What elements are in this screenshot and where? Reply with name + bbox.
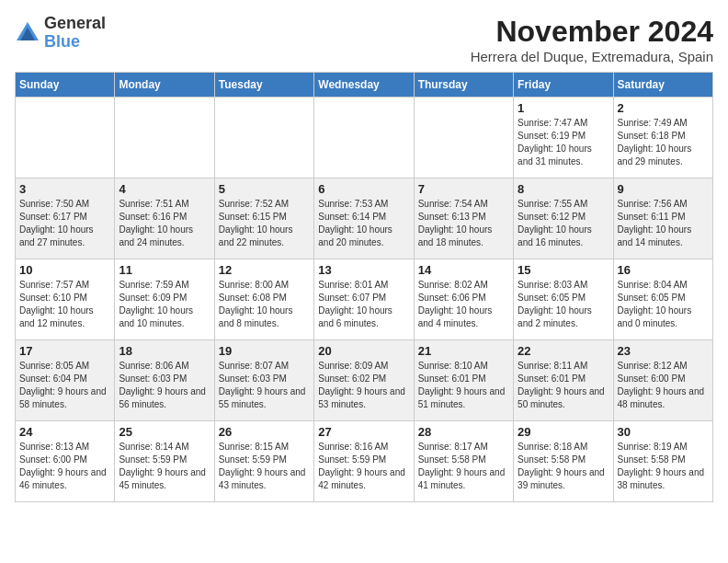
week-row-1: 3Sunrise: 7:50 AM Sunset: 6:17 PM Daylig… <box>16 178 713 259</box>
day-number: 19 <box>219 344 310 358</box>
empty-cell <box>414 98 513 178</box>
day-number: 20 <box>318 344 409 358</box>
day-cell-23: 23Sunrise: 8:12 AM Sunset: 6:00 PM Dayli… <box>613 340 712 421</box>
logo: General Blue <box>15 15 106 52</box>
day-number: 30 <box>618 425 709 439</box>
day-cell-28: 28Sunrise: 8:17 AM Sunset: 5:58 PM Dayli… <box>414 421 513 502</box>
day-cell-14: 14Sunrise: 8:02 AM Sunset: 6:06 PM Dayli… <box>414 259 513 340</box>
day-cell-8: 8Sunrise: 7:55 AM Sunset: 6:12 PM Daylig… <box>514 178 613 259</box>
day-info: Sunrise: 7:50 AM Sunset: 6:17 PM Dayligh… <box>19 198 110 249</box>
day-number: 16 <box>618 263 709 277</box>
day-info: Sunrise: 8:18 AM Sunset: 5:58 PM Dayligh… <box>518 441 609 492</box>
day-number: 15 <box>518 263 609 277</box>
day-info: Sunrise: 8:14 AM Sunset: 5:59 PM Dayligh… <box>119 441 210 492</box>
day-info: Sunrise: 8:05 AM Sunset: 6:04 PM Dayligh… <box>19 360 110 411</box>
day-cell-22: 22Sunrise: 8:11 AM Sunset: 6:01 PM Dayli… <box>514 340 613 421</box>
day-cell-27: 27Sunrise: 8:16 AM Sunset: 5:59 PM Dayli… <box>314 421 414 502</box>
day-cell-26: 26Sunrise: 8:15 AM Sunset: 5:59 PM Dayli… <box>214 421 313 502</box>
day-info: Sunrise: 7:57 AM Sunset: 6:10 PM Dayligh… <box>19 279 110 330</box>
day-cell-12: 12Sunrise: 8:00 AM Sunset: 6:08 PM Dayli… <box>214 259 313 340</box>
day-number: 6 <box>318 182 409 196</box>
day-cell-29: 29Sunrise: 8:18 AM Sunset: 5:58 PM Dayli… <box>514 421 613 502</box>
weekday-header-tuesday: Tuesday <box>214 73 313 98</box>
day-cell-13: 13Sunrise: 8:01 AM Sunset: 6:07 PM Dayli… <box>314 259 414 340</box>
day-info: Sunrise: 8:01 AM Sunset: 6:07 PM Dayligh… <box>318 279 409 330</box>
weekday-header-monday: Monday <box>115 73 214 98</box>
day-cell-9: 9Sunrise: 7:56 AM Sunset: 6:11 PM Daylig… <box>613 178 712 259</box>
day-cell-5: 5Sunrise: 7:52 AM Sunset: 6:15 PM Daylig… <box>214 178 313 259</box>
day-number: 2 <box>618 101 709 115</box>
day-number: 18 <box>119 344 210 358</box>
day-info: Sunrise: 7:54 AM Sunset: 6:13 PM Dayligh… <box>418 198 509 249</box>
day-number: 21 <box>418 344 509 358</box>
day-info: Sunrise: 7:51 AM Sunset: 6:16 PM Dayligh… <box>119 198 210 249</box>
day-number: 12 <box>219 263 310 277</box>
day-cell-20: 20Sunrise: 8:09 AM Sunset: 6:02 PM Dayli… <box>314 340 414 421</box>
day-info: Sunrise: 8:11 AM Sunset: 6:01 PM Dayligh… <box>518 360 609 411</box>
day-info: Sunrise: 8:03 AM Sunset: 6:05 PM Dayligh… <box>518 279 609 330</box>
day-cell-24: 24Sunrise: 8:13 AM Sunset: 6:00 PM Dayli… <box>16 421 115 502</box>
day-cell-3: 3Sunrise: 7:50 AM Sunset: 6:17 PM Daylig… <box>16 178 115 259</box>
weekday-header-friday: Friday <box>514 73 613 98</box>
day-info: Sunrise: 8:15 AM Sunset: 5:59 PM Dayligh… <box>219 441 310 492</box>
calendar-table: SundayMondayTuesdayWednesdayThursdayFrid… <box>15 72 713 502</box>
day-info: Sunrise: 8:00 AM Sunset: 6:08 PM Dayligh… <box>219 279 310 330</box>
day-cell-7: 7Sunrise: 7:54 AM Sunset: 6:13 PM Daylig… <box>414 178 513 259</box>
day-info: Sunrise: 7:53 AM Sunset: 6:14 PM Dayligh… <box>318 198 409 249</box>
day-number: 25 <box>119 425 210 439</box>
day-number: 17 <box>19 344 110 358</box>
day-cell-15: 15Sunrise: 8:03 AM Sunset: 6:05 PM Dayli… <box>514 259 613 340</box>
day-cell-19: 19Sunrise: 8:07 AM Sunset: 6:03 PM Dayli… <box>214 340 313 421</box>
day-cell-17: 17Sunrise: 8:05 AM Sunset: 6:04 PM Dayli… <box>16 340 115 421</box>
day-cell-1: 1Sunrise: 7:47 AM Sunset: 6:19 PM Daylig… <box>514 98 613 178</box>
day-info: Sunrise: 7:55 AM Sunset: 6:12 PM Dayligh… <box>518 198 609 249</box>
day-cell-16: 16Sunrise: 8:04 AM Sunset: 6:05 PM Dayli… <box>613 259 712 340</box>
day-cell-18: 18Sunrise: 8:06 AM Sunset: 6:03 PM Dayli… <box>115 340 214 421</box>
title-section: November 2024 Herrera del Duque, Extrema… <box>471 15 713 64</box>
day-info: Sunrise: 7:56 AM Sunset: 6:11 PM Dayligh… <box>618 198 709 249</box>
day-number: 4 <box>119 182 210 196</box>
logo-icon <box>15 20 40 46</box>
weekday-header-thursday: Thursday <box>414 73 513 98</box>
day-cell-10: 10Sunrise: 7:57 AM Sunset: 6:10 PM Dayli… <box>16 259 115 340</box>
day-number: 11 <box>119 263 210 277</box>
day-info: Sunrise: 8:16 AM Sunset: 5:59 PM Dayligh… <box>318 441 409 492</box>
day-number: 27 <box>318 425 409 439</box>
week-row-3: 17Sunrise: 8:05 AM Sunset: 6:04 PM Dayli… <box>16 340 713 421</box>
logo-blue: Blue <box>44 32 80 51</box>
day-number: 7 <box>418 182 509 196</box>
day-info: Sunrise: 8:12 AM Sunset: 6:00 PM Dayligh… <box>618 360 709 411</box>
day-number: 28 <box>418 425 509 439</box>
weekday-header-row: SundayMondayTuesdayWednesdayThursdayFrid… <box>16 73 713 98</box>
day-cell-4: 4Sunrise: 7:51 AM Sunset: 6:16 PM Daylig… <box>115 178 214 259</box>
day-cell-21: 21Sunrise: 8:10 AM Sunset: 6:01 PM Dayli… <box>414 340 513 421</box>
day-info: Sunrise: 8:13 AM Sunset: 6:00 PM Dayligh… <box>19 441 110 492</box>
day-info: Sunrise: 7:47 AM Sunset: 6:19 PM Dayligh… <box>518 117 609 168</box>
day-info: Sunrise: 8:04 AM Sunset: 6:05 PM Dayligh… <box>618 279 709 330</box>
day-info: Sunrise: 8:06 AM Sunset: 6:03 PM Dayligh… <box>119 360 210 411</box>
empty-cell <box>115 98 214 178</box>
empty-cell <box>16 98 115 178</box>
weekday-header-sunday: Sunday <box>16 73 115 98</box>
day-number: 1 <box>518 101 609 115</box>
day-info: Sunrise: 8:09 AM Sunset: 6:02 PM Dayligh… <box>318 360 409 411</box>
day-info: Sunrise: 8:02 AM Sunset: 6:06 PM Dayligh… <box>418 279 509 330</box>
day-info: Sunrise: 8:07 AM Sunset: 6:03 PM Dayligh… <box>219 360 310 411</box>
day-cell-25: 25Sunrise: 8:14 AM Sunset: 5:59 PM Dayli… <box>115 421 214 502</box>
day-info: Sunrise: 8:19 AM Sunset: 5:58 PM Dayligh… <box>618 441 709 492</box>
location-subtitle: Herrera del Duque, Extremadura, Spain <box>471 49 713 64</box>
header: General Blue November 2024 Herrera del D… <box>15 15 713 64</box>
week-row-4: 24Sunrise: 8:13 AM Sunset: 6:00 PM Dayli… <box>16 421 713 502</box>
logo-general: General <box>44 14 106 32</box>
weekday-header-saturday: Saturday <box>613 73 712 98</box>
day-number: 23 <box>618 344 709 358</box>
day-info: Sunrise: 7:59 AM Sunset: 6:09 PM Dayligh… <box>119 279 210 330</box>
month-title: November 2024 <box>471 15 713 49</box>
day-number: 24 <box>19 425 110 439</box>
week-row-0: 1Sunrise: 7:47 AM Sunset: 6:19 PM Daylig… <box>16 98 713 178</box>
day-cell-2: 2Sunrise: 7:49 AM Sunset: 6:18 PM Daylig… <box>613 98 712 178</box>
day-number: 5 <box>219 182 310 196</box>
day-number: 13 <box>318 263 409 277</box>
day-number: 3 <box>19 182 110 196</box>
day-number: 10 <box>19 263 110 277</box>
